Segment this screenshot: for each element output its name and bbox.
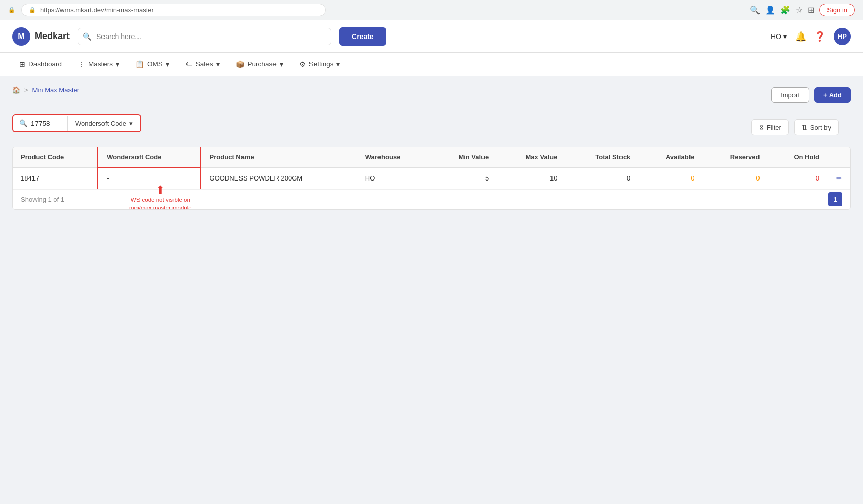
cell-min-value: 5 xyxy=(430,167,497,189)
sidebar-item-dashboard[interactable]: ⊞ Dashboard xyxy=(12,55,69,74)
settings-icon: ⚙ xyxy=(299,60,306,68)
cell-on-hold: 0 xyxy=(768,167,827,189)
browser-url-bar[interactable]: 🔒 https://wms.mkart.dev/min-max-master xyxy=(21,4,326,16)
cell-product-code: 18417 xyxy=(13,167,98,189)
browser-bar: 🔒 🔒 https://wms.mkart.dev/min-max-master… xyxy=(0,0,863,20)
filter-button-label: Filter xyxy=(767,124,781,131)
ws-annotation-container: ⬆ WS code not visible on min/max master … xyxy=(129,185,192,210)
filter-icon: ⧖ xyxy=(759,123,764,131)
data-table: Product Code Wondersoft Code Product Nam… xyxy=(13,147,850,189)
search-filter-input-wrapper[interactable]: 🔍 xyxy=(13,115,67,131)
col-header-max-value: Max Value xyxy=(497,147,565,167)
sidebar-item-settings[interactable]: ⚙ Settings ▾ xyxy=(292,55,348,74)
cell-warehouse: HO xyxy=(357,167,431,189)
breadcrumb-row: 🏠 > Min Max Master Import + Add xyxy=(12,86,851,104)
filter-search-field[interactable] xyxy=(31,120,61,127)
cell-edit[interactable]: ✏ xyxy=(827,167,850,189)
dashboard-icon: ⊞ xyxy=(19,60,25,68)
url-text: https://wms.mkart.dev/min-max-master xyxy=(40,6,154,14)
table-toolbar-actions: ⧖ Filter ⇅ Sort by xyxy=(751,119,839,135)
col-header-product-code: Product Code xyxy=(13,147,98,167)
main-content: 🏠 > Min Max Master Import + Add 🔍 Wonder… xyxy=(0,76,863,504)
col-header-actions xyxy=(827,147,850,167)
browser-url-icon: 🔒 xyxy=(8,7,15,13)
sales-icon: 🏷 xyxy=(186,60,193,68)
col-header-product-name: Product Name xyxy=(201,147,357,167)
notification-icon[interactable]: 🔔 xyxy=(795,31,806,42)
breadcrumb-actions: Import + Add xyxy=(771,87,851,103)
extension-icon[interactable]: 🧩 xyxy=(780,5,790,15)
sidebar-item-purchase[interactable]: 📦 Purchase ▾ xyxy=(229,55,290,74)
breadcrumb-separator: > xyxy=(24,86,28,94)
cell-max-value: 10 xyxy=(497,167,565,189)
sidebar-item-masters[interactable]: ⋮ Masters ▾ xyxy=(71,55,126,74)
lock-icon: 🔒 xyxy=(29,7,36,13)
cell-reserved: 0 xyxy=(702,167,768,189)
person-browser-icon[interactable]: 👤 xyxy=(765,5,775,15)
star-icon[interactable]: ☆ xyxy=(796,5,803,15)
col-header-reserved: Reserved xyxy=(702,147,768,167)
breadcrumb: 🏠 > Min Max Master xyxy=(12,86,79,94)
sort-by-label: Sort by xyxy=(810,124,831,131)
nav-bar: ⊞ Dashboard ⋮ Masters ▾ 📋 OMS ▾ 🏷 Sales … xyxy=(0,53,863,76)
page-number-badge[interactable]: 1 xyxy=(828,192,842,206)
col-header-warehouse: Warehouse xyxy=(357,147,431,167)
data-table-container: Product Code Wondersoft Code Product Nam… xyxy=(12,147,851,210)
search-filter-section: 🔍 Wondersoft Code ▾ xyxy=(12,114,141,132)
col-header-wondersoft-code: Wondersoft Code xyxy=(98,147,200,167)
filter-search-icon: 🔍 xyxy=(19,119,28,127)
ho-selector[interactable]: HO ▾ xyxy=(771,32,787,41)
purchase-chevron-icon: ▾ xyxy=(280,60,283,68)
edit-icon[interactable]: ✏ xyxy=(836,174,842,183)
oms-icon: 📋 xyxy=(135,60,144,68)
purchase-icon: 📦 xyxy=(236,60,245,68)
cell-product-name: GOODNESS POWDER 200GM xyxy=(201,167,357,189)
home-icon[interactable]: 🏠 xyxy=(12,86,20,94)
col-header-min-value: Min Value xyxy=(430,147,497,167)
help-icon[interactable]: ❓ xyxy=(814,31,825,42)
sort-by-button[interactable]: ⇅ Sort by xyxy=(794,119,839,135)
nav-oms-label: OMS xyxy=(147,60,163,68)
avatar[interactable]: HP xyxy=(834,28,851,45)
ho-label: HO xyxy=(771,32,781,41)
col-header-on-hold: On Hold xyxy=(768,147,827,167)
filter-type-chevron-icon: ▾ xyxy=(129,120,133,127)
filter-button[interactable]: ⧖ Filter xyxy=(751,119,789,135)
import-button[interactable]: Import xyxy=(771,87,809,103)
search-input[interactable] xyxy=(78,28,331,45)
showing-text: Showing 1 of 1 xyxy=(21,196,64,203)
global-search[interactable]: 🔍 xyxy=(78,28,331,45)
nav-masters-label: Masters xyxy=(88,60,113,68)
filter-row: 🔍 Wondersoft Code ▾ ⧖ Filter ⇅ Sort by xyxy=(12,114,851,140)
ws-annotation-text: WS code not visible on min/max master mo… xyxy=(129,196,192,210)
nav-sales-label: Sales xyxy=(196,60,213,68)
filter-type-selector[interactable]: Wondersoft Code ▾ xyxy=(68,116,140,131)
app-header: M Medkart 🔍 Create HO ▾ 🔔 ❓ HP xyxy=(0,20,863,53)
logo: M Medkart xyxy=(12,27,70,46)
browser-actions: 🔍 👤 🧩 ☆ ⊞ Sign in xyxy=(750,4,855,16)
filter-type-label: Wondersoft Code xyxy=(75,120,126,127)
cell-total-stock: 0 xyxy=(565,167,638,189)
ho-chevron-icon: ▾ xyxy=(783,32,787,41)
sidebar-item-sales[interactable]: 🏷 Sales ▾ xyxy=(179,55,227,74)
create-button[interactable]: Create xyxy=(339,27,386,46)
sidebar-item-oms[interactable]: 📋 OMS ▾ xyxy=(128,55,177,74)
header-right: HO ▾ 🔔 ❓ HP xyxy=(771,28,851,45)
ws-up-arrow-icon: ⬆ xyxy=(156,185,165,196)
nav-dashboard-label: Dashboard xyxy=(28,60,62,68)
oms-chevron-icon: ▾ xyxy=(166,60,169,68)
add-button[interactable]: + Add xyxy=(814,87,851,103)
masters-icon: ⋮ xyxy=(78,60,85,68)
sort-icon: ⇅ xyxy=(802,124,807,131)
search-icon: 🔍 xyxy=(83,32,91,41)
search-browser-icon[interactable]: 🔍 xyxy=(750,5,760,15)
sign-in-button[interactable]: Sign in xyxy=(819,4,855,16)
nav-settings-label: Settings xyxy=(309,60,334,68)
masters-chevron-icon: ▾ xyxy=(116,60,119,68)
logo-name: Medkart xyxy=(34,31,70,42)
cell-available: 0 xyxy=(638,167,702,189)
settings-chevron-icon: ▾ xyxy=(336,60,340,68)
grid-browser-icon[interactable]: ⊞ xyxy=(808,5,814,15)
breadcrumb-current[interactable]: Min Max Master xyxy=(32,86,79,94)
table-footer: Showing 1 of 1 ⬆ WS code not visible on … xyxy=(13,189,850,209)
